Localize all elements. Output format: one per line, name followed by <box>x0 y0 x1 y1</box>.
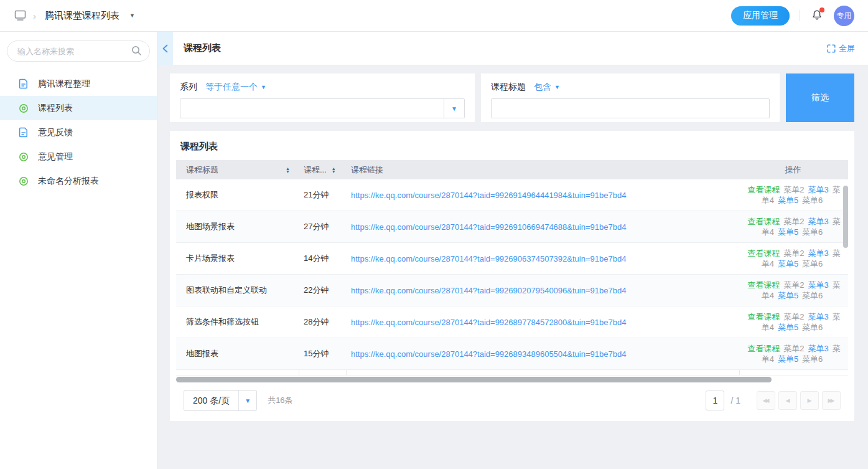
action-菜单5[interactable]: 菜单5 <box>778 259 798 268</box>
sidebar-item-label: 未命名分析报表 <box>38 176 99 187</box>
filter-series-value <box>180 99 444 118</box>
action-菜单3[interactable]: 菜单3 <box>808 280 829 290</box>
filter-row: 系列 等于任意一个 ▼ ▼ 课程标题 包含 ▼ <box>170 73 868 122</box>
page-number-input[interactable] <box>706 391 724 410</box>
sidebar-item-意见管理[interactable]: 意见管理 <box>0 144 157 169</box>
column-header-title: 课程标题 <box>186 164 218 176</box>
action-菜单2[interactable]: 菜单2 <box>783 217 804 226</box>
next-page-button[interactable]: ▶ <box>800 391 819 410</box>
table-row: 卡片场景报表 14分钟 https://ke.qq.com/course/287… <box>176 243 848 275</box>
action-菜单3[interactable]: 菜单3 <box>808 217 829 226</box>
cell-course-duration: 28分钟 <box>299 316 346 328</box>
sidebar-item-腾讯课程整理[interactable]: 腾讯课程整理 <box>0 72 157 96</box>
action-菜单3[interactable]: 菜单3 <box>808 249 829 258</box>
filter-course-title-operator[interactable]: 包含 ▼ <box>534 82 560 93</box>
document-icon <box>19 127 29 138</box>
course-link[interactable]: https://ke.qq.com/course/2870144?taid=99… <box>351 318 626 327</box>
horizontal-scrollbar-thumb[interactable] <box>176 377 772 382</box>
caret-down-icon: ▼ <box>554 84 560 90</box>
action-菜单5[interactable]: 菜单5 <box>778 227 798 237</box>
vertical-scrollbar <box>843 179 848 376</box>
filter-submit-button[interactable]: 筛选 <box>786 73 854 122</box>
page-size-caret-down-icon: ▼ <box>238 391 256 410</box>
action-菜单6[interactable]: 菜单6 <box>802 196 823 205</box>
action-菜单6[interactable]: 菜单6 <box>802 291 823 300</box>
course-link[interactable]: https://ke.qq.com/course/2870144?taid=99… <box>351 191 626 200</box>
action-菜单6[interactable]: 菜单6 <box>802 259 823 268</box>
main-area: 课程列表 全屏 系列 等 <box>158 32 868 469</box>
table-row: 筛选条件和筛选按钮 28分钟 https://ke.qq.com/course/… <box>176 306 848 338</box>
sidebar-item-意见反馈[interactable]: 意见反馈 <box>0 120 157 144</box>
breadcrumb-chevron-icon: › <box>33 11 36 21</box>
breadcrumb-title[interactable]: 腾讯课堂课程列表 <box>45 10 119 22</box>
course-link[interactable]: https://ke.qq.com/course/2870144?taid=99… <box>351 222 626 232</box>
sidebar-item-课程列表[interactable]: 课程列表 <box>0 96 157 120</box>
table-header-row: 课程标题 ▲▼ 课程... ▲▼ 课程链接 操作 <box>176 160 848 179</box>
cell-course-link: https://ke.qq.com/course/2870144?taid=99… <box>346 318 738 327</box>
table-row: 地图报表 15分钟 https://ke.qq.com/course/28701… <box>176 338 848 370</box>
action-菜单5[interactable]: 菜单5 <box>778 354 798 364</box>
monitor-icon[interactable] <box>14 9 27 22</box>
action-菜单2[interactable]: 菜单2 <box>783 249 804 258</box>
action-菜单6[interactable]: 菜单6 <box>802 323 823 332</box>
action-菜单2[interactable]: 菜单2 <box>783 280 804 290</box>
action-查看课程[interactable]: 查看课程 <box>747 217 780 226</box>
action-菜单2[interactable]: 菜单2 <box>783 344 804 353</box>
back-chevron-button[interactable] <box>158 32 173 65</box>
action-菜单5[interactable]: 菜单5 <box>778 291 798 300</box>
course-link[interactable]: https://ke.qq.com/course/2870144?taid=99… <box>351 254 626 263</box>
action-菜单5[interactable]: 菜单5 <box>778 196 798 205</box>
vertical-scrollbar-thumb[interactable] <box>843 186 848 248</box>
action-菜单3[interactable]: 菜单3 <box>808 344 829 353</box>
notification-bell-icon[interactable] <box>810 9 824 22</box>
avatar[interactable]: 专用 <box>834 6 854 26</box>
filter-series-operator[interactable]: 等于任意一个 ▼ <box>205 82 266 93</box>
search-icon[interactable] <box>131 45 142 56</box>
action-查看课程[interactable]: 查看课程 <box>747 280 780 290</box>
cell-course-duration: 15分钟 <box>299 348 346 359</box>
sidebar-item-label: 课程列表 <box>38 103 73 114</box>
cell-course-title: 图表联动和自定义联动 <box>176 285 299 296</box>
cell-actions: 查看课程菜单2菜单3菜单4菜单5菜单6 <box>738 311 848 333</box>
last-page-button[interactable]: ▶▶ <box>822 391 841 410</box>
action-菜单3[interactable]: 菜单3 <box>808 185 829 194</box>
cell-course-duration: 27分钟 <box>299 221 346 232</box>
action-菜单6[interactable]: 菜单6 <box>802 354 823 364</box>
cell-course-link: https://ke.qq.com/course/2870144?taid=99… <box>346 191 738 200</box>
sort-icon[interactable]: ▲▼ <box>332 167 336 173</box>
column-header-link: 课程链接 <box>351 165 383 174</box>
action-查看课程[interactable]: 查看课程 <box>747 185 780 194</box>
sidebar: 腾讯课程整理 课程列表 意见反馈 意见管理 未命名分析报表 <box>0 32 157 469</box>
cell-course-title: 地图场景报表 <box>176 221 299 232</box>
sort-icon[interactable]: ▲▼ <box>286 167 290 173</box>
search-input[interactable] <box>7 40 150 62</box>
page-size-value: 200 条/页 <box>184 391 238 410</box>
horizontal-scrollbar <box>176 377 848 382</box>
topbar: › 腾讯课堂课程列表 ▼ 应用管理 专用 <box>0 0 868 32</box>
fullscreen-button[interactable]: 全屏 <box>827 32 855 65</box>
action-菜单5[interactable]: 菜单5 <box>778 323 798 332</box>
title-caret-down-icon[interactable]: ▼ <box>129 12 135 19</box>
cell-actions: 查看课程菜单2菜单3菜单4菜单5菜单6 <box>738 216 848 237</box>
action-菜单2[interactable]: 菜单2 <box>783 185 804 194</box>
column-header-actions: 操作 <box>785 165 801 174</box>
filter-series-select[interactable]: ▼ <box>180 98 465 118</box>
action-查看课程[interactable]: 查看课程 <box>747 344 780 353</box>
prev-page-button[interactable]: ◀ <box>778 391 797 410</box>
action-菜单3[interactable]: 菜单3 <box>808 312 829 321</box>
action-查看课程[interactable]: 查看课程 <box>747 249 780 258</box>
page-size-select[interactable]: 200 条/页 ▼ <box>184 390 257 411</box>
cell-course-title: 报表权限 <box>176 189 299 201</box>
action-菜单2[interactable]: 菜单2 <box>783 312 804 321</box>
course-link[interactable]: https://ke.qq.com/course/2870144?taid=99… <box>351 286 626 295</box>
dashboard-icon <box>19 176 29 186</box>
select-caret-down-icon[interactable]: ▼ <box>444 99 464 118</box>
filter-course-title-input[interactable] <box>491 98 770 118</box>
action-查看课程[interactable]: 查看课程 <box>747 312 780 321</box>
app-manage-button[interactable]: 应用管理 <box>731 6 790 26</box>
first-page-button[interactable]: ◀◀ <box>757 391 775 410</box>
filter-course-title-label: 课程标题 <box>491 82 526 93</box>
course-link[interactable]: https://ke.qq.com/course/2870144?taid=99… <box>351 349 626 359</box>
action-菜单6[interactable]: 菜单6 <box>802 227 823 237</box>
sidebar-item-未命名分析报表[interactable]: 未命名分析报表 <box>0 169 157 193</box>
